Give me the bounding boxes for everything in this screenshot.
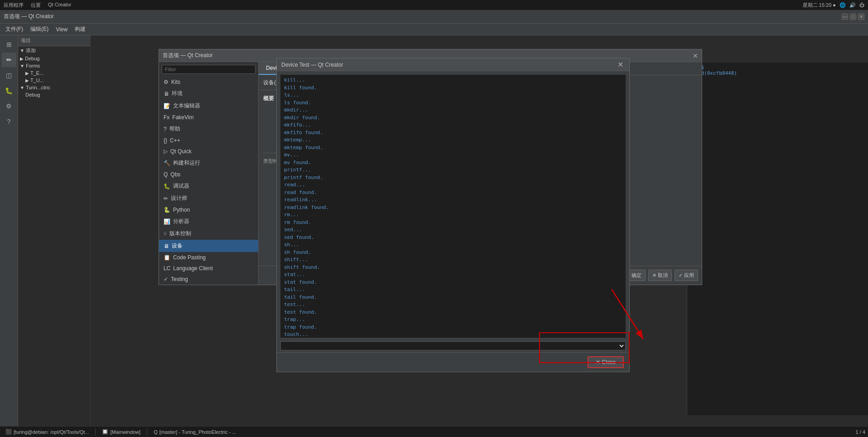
log-ls-found: ls found.	[284, 99, 622, 107]
help-nav-icon: ?	[164, 126, 167, 132]
dialog-close-button[interactable]: ✕ Close	[588, 356, 624, 368]
icon-sidebar: ⊞ ✏ ◫ 🐛 ⚙ ?	[0, 35, 18, 426]
window-icon: 🔲	[102, 429, 108, 435]
kits-icon: ⚙	[164, 79, 169, 85]
pref-nav-codepasting[interactable]: 📋 Code Pasting	[159, 252, 258, 263]
app-menu-label[interactable]: 应用程序	[4, 2, 24, 9]
title-bar: 首选项 — Qt Creator — □ ✕	[0, 10, 868, 24]
log-stat-found: stat found.	[284, 279, 622, 286]
minimize-button[interactable]: —	[842, 14, 848, 20]
pref-filter-input[interactable]	[162, 65, 256, 74]
pref-nav-debugger[interactable]: 🐛 调试器	[159, 180, 258, 192]
file-menu[interactable]: 文件(F)	[2, 24, 27, 34]
pref-nav-python[interactable]: 🐍 Python	[159, 204, 258, 215]
pref-nav-fakevim[interactable]: Fx FakeVim	[159, 112, 258, 123]
pref-close-button[interactable]: ✕	[693, 52, 698, 59]
log-test-found: test found.	[284, 309, 622, 316]
vcs-icon: ⑂	[164, 231, 167, 237]
python-icon: 🐍	[164, 207, 170, 213]
qtcreator-menu-label[interactable]: Qt Creator	[48, 2, 71, 9]
build-menu[interactable]: 构建	[71, 24, 89, 34]
taskbar-mainwindow[interactable]: 🔲 [Mainwindow]	[99, 428, 143, 436]
log-mktemp: mktemp...	[284, 136, 622, 144]
tree-item-te[interactable]: ▶ T_E...	[18, 69, 90, 77]
edit-menu[interactable]: 编辑(E)	[27, 24, 52, 34]
network-icon: 🌐	[839, 2, 846, 8]
projects-icon[interactable]: ⚙	[2, 99, 16, 113]
system-bar: 应用程序 位置 Qt Creator 星期二 15:20 ● 🌐 🔊 ⏻	[0, 0, 868, 10]
body-layout: ⊞ ✏ ◫ 🐛 ⚙ ? 项目 ▼ 添加 ▶ Debug ▼ Forms ▶	[0, 35, 868, 426]
texteditor-icon: 📝	[164, 103, 170, 109]
taskbar-mainwindow-label: [Mainwindow]	[110, 429, 140, 435]
position-menu-label[interactable]: 位置	[31, 2, 41, 9]
dialog-footer: ✕ Close	[277, 352, 629, 372]
pref-nav-texteditor[interactable]: 📝 文本编辑器	[159, 100, 258, 112]
log-mv: mv...	[284, 151, 622, 159]
taskbar-sep-2	[147, 428, 147, 436]
log-printf: printf...	[284, 166, 622, 174]
window-title: 首选项 — Qt Creator	[4, 13, 54, 20]
pref-nav-devices[interactable]: 🖥 设备	[159, 240, 258, 252]
tree-item-forms[interactable]: ▼ Forms	[18, 62, 90, 69]
env-icon: 🖥	[164, 91, 169, 97]
log-readlink-found: readlink found.	[284, 204, 622, 212]
debug-icon[interactable]: 🐛	[2, 83, 16, 98]
tree-item-debug2[interactable]: Debug	[18, 91, 90, 98]
pref-nav-kits[interactable]: ⚙ Kits	[159, 77, 258, 87]
project-header: 项目	[18, 35, 90, 46]
log-mkdir: mkdir...	[284, 107, 622, 114]
menu-bar: 文件(F) 编辑(E) View 构建	[0, 24, 868, 35]
pref-nav-langclient[interactable]: LC Language Client	[159, 263, 258, 274]
datetime-label: 星期二 15:20 ●	[803, 2, 836, 9]
pref-nav-buildrun[interactable]: 🔨 构建和运行	[159, 157, 258, 169]
window-controls: — □ ✕	[842, 14, 864, 20]
pref-nav-help[interactable]: ? 帮助	[159, 123, 258, 135]
design-icon[interactable]: ◫	[2, 68, 16, 83]
pref-nav-qbs[interactable]: Q Qbs	[159, 169, 258, 180]
log-shift: shift...	[284, 256, 622, 264]
tree-item-debug1[interactable]: ▶ Debug	[18, 55, 90, 62]
log-touch: touch...	[284, 331, 622, 338]
taskbar-terminal[interactable]: ⬛ [turing@debian: /opt/Qt/Tools/Qt...	[3, 428, 92, 436]
tree-item-turing[interactable]: ▼ Turin...ctric	[18, 84, 90, 91]
dialog-title: Device Test — Qt Creator	[281, 62, 343, 68]
dialog-close-icon[interactable]: ✕	[616, 60, 625, 69]
tree-item-add[interactable]: ▼ 添加	[18, 46, 90, 55]
dialog-dropdown[interactable]	[280, 341, 626, 350]
taskbar-qtproject[interactable]: Q [master] - Turing_PhotoElectric - ...	[151, 428, 239, 436]
maximize-button[interactable]: □	[850, 14, 856, 20]
pref-nav: ⚙ Kits 🖥 环境 📝 文本编辑器 Fx	[159, 62, 259, 285]
help-icon[interactable]: ?	[2, 114, 16, 129]
pref-nav-env[interactable]: 🖥 环境	[159, 87, 258, 100]
cancel-button[interactable]: ✕ 取消	[648, 270, 672, 281]
welcome-icon[interactable]: ⊞	[2, 37, 16, 52]
qtquick-icon: ▷	[164, 148, 168, 155]
log-trap: trap...	[284, 316, 622, 324]
log-read-found: read found.	[284, 189, 622, 197]
pref-nav-cpp[interactable]: {} C++	[159, 135, 258, 146]
taskbar-page: 1 / 4	[856, 429, 865, 435]
qbs-icon: Q	[164, 171, 168, 178]
pref-nav-testing[interactable]: ✓ Testing	[159, 274, 258, 285]
pref-nav-qtquick[interactable]: ▷ Qt Quick	[159, 146, 258, 157]
langclient-icon: LC	[164, 265, 170, 272]
log-readlink: readlink...	[284, 196, 622, 204]
taskbar: ⬛ [turing@debian: /opt/Qt/Tools/Qt... 🔲 …	[0, 426, 868, 437]
view-menu[interactable]: View	[52, 25, 71, 34]
debug-output-panel: i27 $ hread(0xcfb8448)	[687, 63, 868, 415]
pref-nav-designer[interactable]: ✏ 设计师	[159, 192, 258, 204]
log-ls: ls...	[284, 92, 622, 99]
pref-nav-vcs[interactable]: ⑂ 版本控制	[159, 228, 258, 240]
project-panel: 项目 ▼ 添加 ▶ Debug ▼ Forms ▶ T_E... ▶ T_U..…	[18, 35, 91, 426]
edit-icon[interactable]: ✏	[2, 53, 16, 67]
device-test-dialog: Device Test — Qt Creator ✕ kill... kill …	[276, 58, 630, 372]
tree-item-tu[interactable]: ▶ T_U...	[18, 77, 90, 84]
close-button[interactable]: ✕	[858, 14, 864, 20]
log-mktemp-found: mktemp found.	[284, 144, 622, 152]
apply-button[interactable]: ✓ 应用	[675, 270, 698, 281]
log-test: test...	[284, 301, 622, 309]
content-area: i27 $ hread(0xcfb8448) 首选项 — Qt Creator …	[91, 35, 868, 426]
pref-nav-analyzer[interactable]: 📊 分析器	[159, 215, 258, 228]
buildrun-icon: 🔨	[164, 160, 170, 166]
terminal-icon: ⬛	[5, 429, 12, 435]
